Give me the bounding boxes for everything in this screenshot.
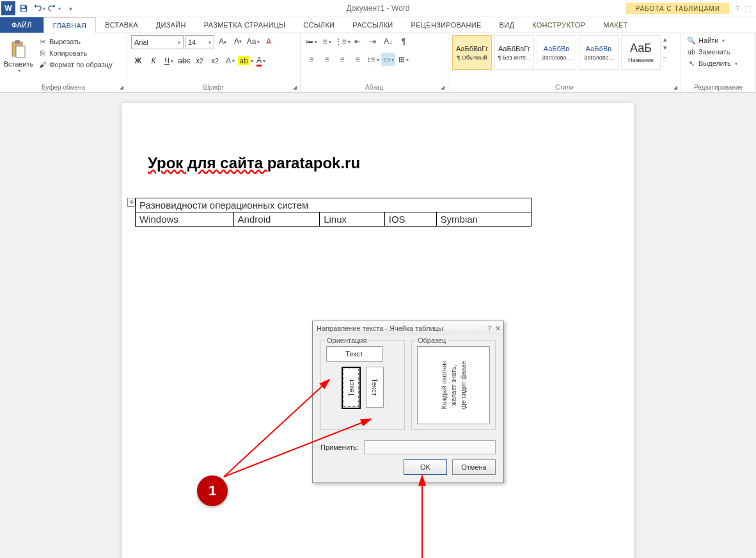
style-normal[interactable]: АаБбВвГг¶ Обычный	[452, 35, 492, 70]
tab-mailings[interactable]: РАССЫЛКИ	[343, 17, 402, 33]
multilevel-button[interactable]: ⋮≡▾	[335, 35, 349, 48]
tab-design[interactable]: ДИЗАЙН	[147, 17, 195, 33]
marker-1: 1	[197, 475, 228, 506]
sort-button[interactable]: A↓	[381, 35, 395, 48]
word-app-icon[interactable]: W	[1, 1, 15, 15]
underline-button[interactable]: Ч▾	[162, 54, 176, 67]
font-dialog-launcher[interactable]: ◢	[291, 83, 299, 91]
clear-format-button[interactable]: A̷	[262, 35, 276, 48]
style-no-spacing[interactable]: АаБбВвГг¶ Без инте...	[494, 35, 534, 70]
subscript-button[interactable]: x2	[193, 54, 207, 67]
brush-icon: 🖌	[38, 60, 47, 69]
tab-maket[interactable]: МАКЕТ	[594, 17, 636, 33]
ribbon-collapse-icon[interactable]: ⬚	[744, 4, 751, 13]
orientation-vertical-down[interactable]: Текст	[366, 367, 384, 408]
orientation-vertical-up[interactable]: Текст	[342, 367, 361, 409]
shading-button[interactable]: ▭▾	[381, 53, 395, 66]
paste-icon	[10, 40, 28, 60]
tab-view[interactable]: ВИД	[491, 17, 524, 33]
sample-preview: Каждый охотник желает знать, где сидит ф…	[417, 346, 490, 424]
tab-home[interactable]: ГЛАВНАЯ	[43, 17, 97, 33]
document-table[interactable]: Разновидности операционных систем Window…	[135, 198, 532, 227]
dialog-titlebar[interactable]: Направление текста - Ячейка таблицы ? ✕	[313, 321, 503, 335]
select-button[interactable]: ↖Выделить▾	[685, 58, 739, 68]
copy-button[interactable]: ⎘Копировать	[36, 48, 114, 58]
bold-button[interactable]: Ж	[131, 54, 145, 67]
styles-dialog-launcher[interactable]: ◢	[672, 83, 679, 91]
find-button[interactable]: 🔍Найти▾	[685, 35, 739, 45]
tab-page-layout[interactable]: РАЗМЕТКА СТРАНИЦЫ	[195, 17, 295, 33]
orientation-fieldset: Ориентация Текст Текст Текст	[320, 340, 405, 430]
quick-access-toolbar: W ▾ ▾ ▾	[0, 1, 77, 15]
table-cell[interactable]: Android	[233, 212, 320, 227]
search-icon: 🔍	[687, 36, 696, 45]
help-icon[interactable]: ?	[736, 4, 739, 13]
cancel-button[interactable]: Отмена	[452, 459, 496, 475]
change-case-button[interactable]: Aa▾	[246, 35, 260, 48]
tab-references[interactable]: ССЫЛКИ	[294, 17, 343, 33]
tab-constructor[interactable]: КОНСТРУКТОР	[523, 17, 594, 33]
cut-button[interactable]: ✂Вырезать	[36, 36, 114, 47]
style-heading1[interactable]: АаБбВвЗаголово...	[537, 35, 576, 70]
table-move-handle[interactable]: ✥	[127, 198, 136, 207]
increase-indent-button[interactable]: ⇥	[366, 35, 380, 48]
window-title: Документ1 - Word	[346, 4, 409, 13]
ok-button[interactable]: OK	[404, 459, 447, 475]
table-cell[interactable]: IOS	[384, 212, 436, 227]
align-center-button[interactable]: ≡	[320, 53, 334, 66]
document-heading: Урок для сайта paratapok.ru	[148, 154, 608, 172]
superscript-button[interactable]: x2	[208, 54, 222, 67]
tab-file[interactable]: ФАЙЛ	[0, 17, 43, 33]
justify-button[interactable]: ≡	[350, 53, 365, 66]
line-spacing-button[interactable]: ↕≡▾	[366, 53, 380, 66]
strike-button[interactable]: abc	[177, 54, 191, 67]
replace-button[interactable]: abЗаменить	[685, 47, 739, 57]
table-cell[interactable]: Windows	[136, 212, 234, 227]
decrease-indent-button[interactable]: ⇤	[350, 35, 365, 48]
font-name-combo[interactable]: Arial▾	[131, 35, 184, 49]
style-heading2[interactable]: АаБбВвЗаголово...	[579, 35, 618, 70]
save-icon[interactable]	[17, 1, 31, 15]
contextual-tab-label: РАБОТА С ТАБЛИЦАМИ	[626, 3, 728, 14]
tab-review[interactable]: РЕЦЕНЗИРОВАНИЕ	[402, 17, 491, 33]
table-cell[interactable]: Symbian	[436, 212, 531, 227]
text-effects-button[interactable]: A▾	[223, 54, 237, 67]
show-marks-button[interactable]: ¶	[397, 35, 411, 48]
undo-icon[interactable]: ▾	[32, 1, 46, 15]
style-title[interactable]: АаБНазвание	[621, 35, 661, 70]
group-paragraph: ≔▾ ≡▾ ⋮≡▾ ⇤ ⇥ A↓ ¶ ≡ ≡ ≡ ≡ ↕≡▾ ▭▾ ⊞▾ Абз…	[301, 33, 448, 92]
dialog-close-icon[interactable]: ✕	[495, 324, 501, 333]
svg-rect-1	[22, 9, 26, 12]
qat-customize-icon[interactable]: ▾	[63, 1, 77, 15]
bullets-button[interactable]: ≔▾	[304, 35, 319, 48]
group-font: Arial▾ 14▾ A▴ A▾ Aa▾ A̷ Ж К Ч▾ abc x2 x2…	[127, 33, 301, 92]
text-direction-dialog: Направление текста - Ячейка таблицы ? ✕ …	[312, 321, 504, 483]
align-left-button[interactable]: ≡	[304, 53, 319, 66]
shrink-font-button[interactable]: A▾	[231, 35, 245, 48]
italic-button[interactable]: К	[146, 54, 161, 67]
copy-icon: ⎘	[38, 49, 47, 58]
borders-button[interactable]: ⊞▾	[397, 53, 411, 66]
dialog-help-icon[interactable]: ?	[487, 324, 491, 333]
ribbon: Вставить ▾ ✂Вырезать ⎘Копировать 🖌Формат…	[0, 33, 756, 93]
orientation-horizontal[interactable]: Текст	[326, 346, 382, 362]
svg-rect-3	[15, 40, 20, 44]
table-cell[interactable]: Linux	[320, 212, 385, 227]
paragraph-dialog-launcher[interactable]: ◢	[439, 83, 446, 91]
table-header-cell[interactable]: Разновидности операционных систем	[136, 198, 532, 212]
highlight-button[interactable]: ab▾	[239, 54, 253, 67]
tab-insert[interactable]: ВСТАВКА	[96, 17, 146, 33]
format-painter-button[interactable]: 🖌Формат по образцу	[36, 60, 114, 70]
group-styles: АаБбВвГг¶ Обычный АаБбВвГг¶ Без инте... …	[448, 33, 681, 92]
redo-icon[interactable]: ▾	[47, 1, 61, 15]
font-size-combo[interactable]: 14▾	[185, 35, 214, 49]
apply-combo[interactable]	[364, 440, 496, 454]
align-right-button[interactable]: ≡	[335, 53, 349, 66]
clipboard-dialog-launcher[interactable]: ◢	[118, 83, 125, 91]
paste-button[interactable]: Вставить ▾	[4, 35, 33, 77]
group-clipboard: Вставить ▾ ✂Вырезать ⎘Копировать 🖌Формат…	[0, 33, 127, 92]
styles-expand[interactable]: ▴▾⎯	[663, 35, 667, 58]
numbering-button[interactable]: ≡▾	[320, 35, 334, 48]
font-color-button[interactable]: A▾	[254, 54, 268, 67]
grow-font-button[interactable]: A▴	[216, 35, 230, 48]
